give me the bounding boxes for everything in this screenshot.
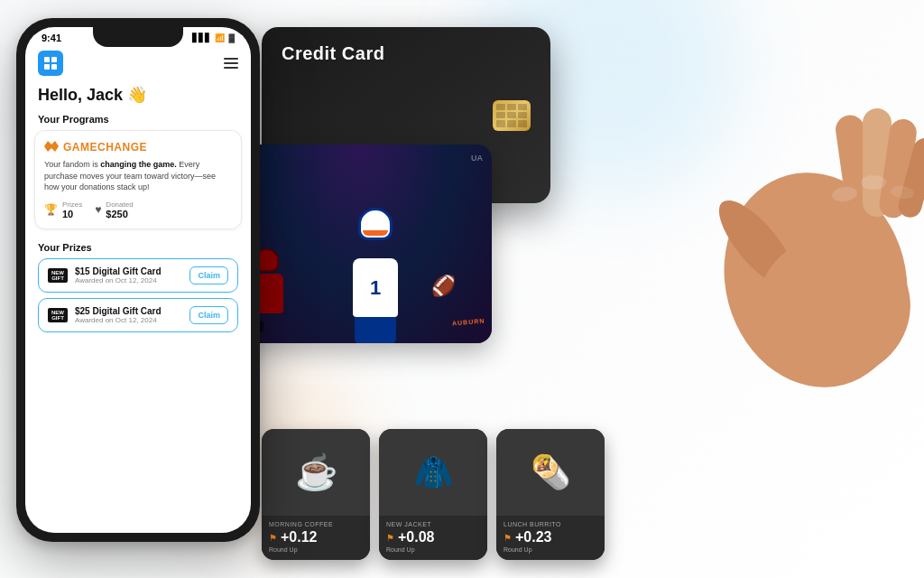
- coffee-roundup: Round Up: [269, 546, 363, 553]
- prize-new-badge-1: NEWGIFT: [48, 268, 68, 283]
- coffee-amount-row: ⚑ +0.12: [269, 529, 363, 545]
- coffee-amount: +0.12: [281, 529, 317, 545]
- donated-amount: $250: [106, 209, 133, 219]
- heart-icon: ♥: [95, 203, 101, 216]
- svg-rect-2: [44, 64, 50, 70]
- app-logo: [38, 51, 63, 76]
- hand-holding-card: [617, 27, 924, 388]
- gc-flag-icon-coffee: ⚑: [269, 533, 277, 543]
- jersey-number: 1: [353, 258, 398, 317]
- jacket-amount-row: ⚑ +0.08: [386, 529, 480, 545]
- coffee-name: MORNING COFFEE: [269, 521, 363, 527]
- donated-stat: ♥ Donated $250: [95, 200, 133, 219]
- reward-card-jacket: 🧥 NEW JACKET ⚑ +0.08 Round Up: [379, 429, 487, 560]
- gamechange-description: Your fandom is changing the game. Every …: [44, 159, 232, 193]
- coffee-image: ☕: [262, 429, 370, 516]
- gc-flag-icon-jacket: ⚑: [386, 533, 394, 543]
- jacket-icon: 🧥: [413, 453, 454, 491]
- app-header: [25, 45, 251, 81]
- greeting-section: Hello, Jack 👋: [25, 81, 251, 110]
- prize-new-badge-2: NEWGIFT: [48, 308, 68, 322]
- prize-card-2: NEWGIFT $25 Digital Gift Card Awarded on…: [38, 298, 238, 332]
- burrito-icon: 🌯: [531, 453, 571, 491]
- prizes-stat: 🏆 Prizes 10: [44, 200, 82, 219]
- status-time: 9:41: [42, 33, 61, 43]
- jacket-name: NEW JACKET: [386, 521, 480, 527]
- prize-date-2: Awarded on Oct 12, 2024: [75, 316, 182, 324]
- gamechange-card: GAMECHANGE Your fandom is changing the g…: [34, 130, 242, 229]
- phone-mockup: 9:41 ▋▋▋ 📶 ▓: [16, 18, 260, 542]
- prize-date-1: Awarded on Oct 12, 2024: [75, 276, 182, 284]
- jacket-image: 🧥: [379, 429, 487, 516]
- phone-notch: [93, 27, 183, 47]
- svg-rect-0: [44, 57, 50, 62]
- prize-name-2: $25 Digital Gift Card: [75, 306, 182, 316]
- gamechange-stats: 🏆 Prizes 10 ♥ Donated $250: [44, 200, 232, 219]
- burrito-name: LUNCH BURRITO: [504, 521, 597, 527]
- programs-title: Your Programs: [25, 110, 251, 130]
- reward-card-coffee: ☕ MORNING COFFEE ⚑ +0.12 Round Up: [262, 429, 370, 560]
- prizes-label: Prizes: [62, 200, 82, 209]
- jacket-roundup: Round Up: [386, 546, 480, 553]
- svg-point-12: [861, 175, 886, 190]
- reward-card-burrito: 🌯 LUNCH BURRITO ⚑ +0.23 Round Up: [496, 429, 605, 560]
- gamechange-title: GAMECHANGE: [63, 141, 147, 154]
- status-icons: ▋▋▋ 📶 ▓: [192, 33, 235, 42]
- prizes-title: Your Prizes: [38, 237, 238, 258]
- burrito-footer: LUNCH BURRITO ⚑ +0.23 Round Up: [496, 516, 605, 560]
- jacket-footer: NEW JACKET ⚑ +0.08 Round Up: [379, 516, 487, 560]
- prize-info-2: $25 Digital Gift Card Awarded on Oct 12,…: [75, 306, 182, 324]
- prize-info-1: $15 Digital Gift Card Awarded on Oct 12,…: [75, 266, 182, 284]
- greeting-text: Hello, Jack 👋: [38, 85, 238, 105]
- burrito-amount-row: ⚑ +0.23: [504, 529, 597, 545]
- trophy-icon: 🏆: [44, 203, 58, 216]
- claim-button-1[interactable]: Claim: [189, 266, 228, 284]
- chip: [493, 100, 531, 131]
- burrito-image: 🌯: [496, 429, 605, 516]
- reward-cards-row: ☕ MORNING COFFEE ⚑ +0.12 Round Up 🧥 NEW …: [262, 429, 605, 560]
- svg-rect-3: [51, 64, 57, 70]
- prize-card-1: NEWGIFT $15 Digital Gift Card Awarded on…: [38, 258, 238, 293]
- donated-label: Donated: [106, 200, 133, 209]
- burrito-roundup: Round Up: [504, 546, 597, 553]
- coffee-footer: MORNING COFFEE ⚑ +0.12 Round Up: [262, 516, 370, 560]
- prizes-count: 10: [62, 209, 82, 219]
- credit-card-title: Credit Card: [282, 43, 531, 64]
- battery-icon: ▓: [228, 33, 235, 42]
- main-player: 1: [339, 208, 411, 334]
- prizes-section: Your Prizes NEWGIFT $15 Digital Gift Car…: [25, 229, 251, 341]
- burrito-amount: +0.23: [515, 529, 551, 545]
- gc-flag-icon-burrito: ⚑: [504, 533, 512, 543]
- football-image: 1 🏈 SEC AUBURN UA: [230, 144, 492, 343]
- football-ball: 🏈: [431, 275, 456, 298]
- gamechange-icon: [44, 140, 59, 154]
- prize-name-1: $15 Digital Gift Card: [75, 266, 182, 276]
- svg-rect-1: [51, 57, 57, 62]
- signal-icon: ▋▋▋: [192, 33, 211, 42]
- hamburger-menu[interactable]: [224, 58, 238, 69]
- wifi-icon: 📶: [215, 33, 225, 42]
- coffee-icon: ☕: [295, 452, 337, 492]
- jacket-amount: +0.08: [398, 529, 434, 545]
- gamechange-logo: GAMECHANGE: [44, 140, 232, 154]
- claim-button-2[interactable]: Claim: [189, 306, 228, 324]
- under-armour-logo: UA: [471, 154, 483, 163]
